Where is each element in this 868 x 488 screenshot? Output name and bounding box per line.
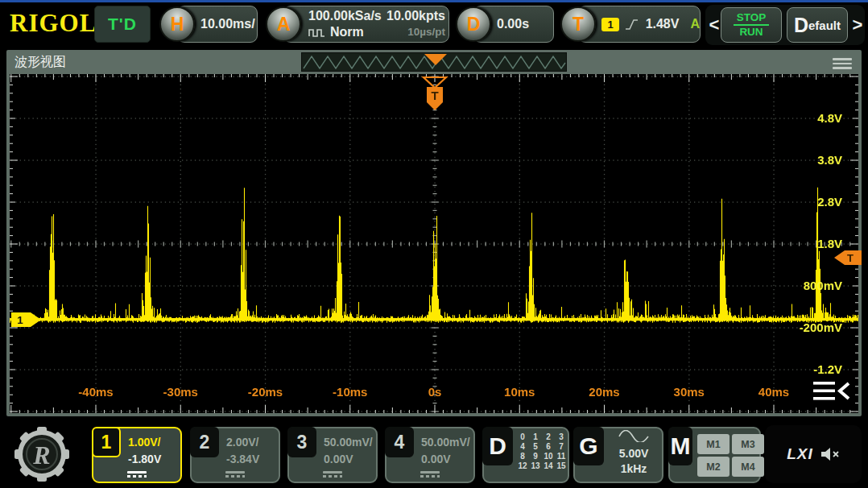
digital-channel-label: 3 <box>555 432 568 441</box>
chann4-offset: 0.00V <box>421 451 470 468</box>
voltage-label: -1.2V <box>813 362 842 376</box>
svg-text:T: T <box>431 89 438 102</box>
waveform-view-panel: 波形视图 -40ms-30ms-20ms-10ms0s10ms20ms30ms4… <box>6 50 862 416</box>
time-label: -40ms <box>78 385 113 399</box>
digital-channel-label: 7 <box>555 442 568 451</box>
math-m4-button[interactable]: M4 <box>732 457 764 477</box>
quick-nav-box: < STOP RUN Default > <box>705 5 865 45</box>
acquisition-mode: Norm <box>330 24 364 40</box>
panel-title: 波形视图 <box>14 54 66 71</box>
waveform-overview-bar[interactable] <box>301 52 567 72</box>
voltage-label: 4.8V <box>817 111 842 125</box>
digital-channel-label: 9 <box>529 452 542 461</box>
math-button[interactable]: M M1M3M2M4 <box>668 427 761 483</box>
generator-button[interactable]: G 5.00V 1kHz <box>573 427 663 483</box>
digital-channel-label: 2 <box>542 432 555 441</box>
svg-text:1: 1 <box>17 314 23 326</box>
rigol-logo: RIGOL <box>10 9 97 38</box>
digital-channel-label: 0 <box>516 432 529 441</box>
generator-badge: G <box>573 427 604 465</box>
channel1-offset: -1.80V <box>128 451 161 468</box>
channel2-scale: 2.00V/ <box>226 434 259 451</box>
digital-channel-label: 10 <box>542 452 555 461</box>
digital-channel-label: 8 <box>516 452 529 461</box>
lxi-status-box: LXI <box>765 425 862 483</box>
digital-badge: D <box>482 427 513 465</box>
top-status-bar: RIGOL T'D 10.00ms/ H 100.00kSa/s 10.00kp… <box>0 2 868 48</box>
trigger-settings-button[interactable]: 1 1.48V A <box>578 6 701 43</box>
time-label: 0s <box>428 385 442 399</box>
time-label: 10ms <box>504 385 535 399</box>
math-badge: M <box>668 427 692 465</box>
voltage-label: 2.8V <box>817 195 842 209</box>
channel1-scale: 1.00V/ <box>128 434 161 451</box>
rigol-gear-logo[interactable]: R <box>10 424 74 488</box>
menu-icon[interactable] <box>833 56 852 72</box>
run-label: RUN <box>739 26 763 38</box>
channel1-ground-marker[interactable]: 1 <box>10 312 43 331</box>
channel3-offset: 0.00V <box>324 451 373 468</box>
channel3-scale: 50.00mV/ <box>324 434 373 451</box>
channel4-scale: 50.00mV/ <box>421 434 470 451</box>
math-channel-grid: M1M3M2M4 <box>697 434 764 477</box>
time-label: 40ms <box>758 385 789 399</box>
digital-channel-label: 4 <box>516 442 529 451</box>
channel1-button[interactable]: 1 1.00V/ -1.80V <box>92 427 182 483</box>
channel4-coupling-icon <box>420 471 440 478</box>
channel4-badge: 4 <box>385 427 414 457</box>
svg-text:R: R <box>32 440 50 469</box>
time-per-point: 10µs/pt <box>407 26 445 39</box>
channel2-button[interactable]: 2 2.00V/ -3.84V <box>190 427 280 483</box>
default-button[interactable]: Default <box>787 7 848 43</box>
stop-label: STOP <box>734 12 770 26</box>
collapse-panel-icon[interactable] <box>813 380 850 405</box>
trigger-status-badge[interactable]: T'D <box>94 6 151 43</box>
generator-amplitude: 5.00V <box>609 446 659 461</box>
math-m1-button[interactable]: M1 <box>697 434 730 454</box>
trigger-sweep-mode: A <box>690 17 700 31</box>
overview-trigger-indicator <box>424 54 447 65</box>
prev-arrow-icon[interactable]: < <box>708 14 721 35</box>
digital-channel-label: 13 <box>529 461 542 470</box>
pulse-train-icon <box>308 27 326 38</box>
digital-channels-button[interactable]: D 0123456789101112131415 <box>482 427 569 483</box>
digital-channel-label: 6 <box>542 442 555 451</box>
delay-value: 0.00s <box>497 17 529 31</box>
channel2-badge: 2 <box>190 427 219 457</box>
trigger-knob[interactable]: T <box>560 6 596 42</box>
trigger-position-marker[interactable]: T <box>421 76 448 118</box>
delay-knob[interactable]: D <box>456 6 491 42</box>
acquisition-knob[interactable]: A <box>266 6 301 42</box>
graticule-waveform-canvas <box>10 74 858 413</box>
time-label: 30ms <box>674 385 705 399</box>
voltage-label: -200mV <box>800 321 842 334</box>
channel2-offset: -3.84V <box>226 451 259 468</box>
channel1-coupling-icon <box>127 471 147 478</box>
channel1-badge: 1 <box>92 427 121 457</box>
time-label: -20ms <box>248 385 283 399</box>
digital-channel-grid: 0123456789101112131415 <box>516 432 568 470</box>
speaker-muted-icon[interactable] <box>820 446 840 462</box>
digital-channel-label: 15 <box>555 461 568 470</box>
channel3-badge: 3 <box>287 427 316 457</box>
math-m2-button[interactable]: M2 <box>697 457 730 477</box>
stop-run-button[interactable]: STOP RUN <box>721 7 782 43</box>
digital-channel-label: 12 <box>516 461 529 470</box>
overview-zigzag <box>302 53 566 71</box>
time-label: 20ms <box>589 385 619 399</box>
math-m3-button[interactable]: M3 <box>732 434 764 454</box>
horizontal-knob[interactable]: H <box>159 6 195 42</box>
graticule-area: -40ms-30ms-20ms-10ms0s10ms20ms30ms40ms 4… <box>10 74 858 413</box>
acquisition-button[interactable]: 100.00kSa/s 10.00kpts Norm 10µs/pt <box>283 6 449 43</box>
trigger-source-badge: 1 <box>601 18 619 31</box>
digital-channel-label: 11 <box>555 452 568 461</box>
next-arrow-icon[interactable]: > <box>851 14 864 35</box>
trigger-level-marker[interactable]: T <box>833 250 862 269</box>
digital-channel-label: 1 <box>529 432 542 441</box>
sample-rate: 100.00kSa/s <box>308 8 382 24</box>
channel4-button[interactable]: 4 50.00mV/ 0.00V <box>385 427 475 483</box>
voltage-label: 1.8V <box>817 237 842 250</box>
channel3-button[interactable]: 3 50.00mV/ 0.00V <box>287 427 378 483</box>
sine-wave-icon <box>618 430 650 442</box>
lxi-logo: LXI <box>787 445 813 463</box>
